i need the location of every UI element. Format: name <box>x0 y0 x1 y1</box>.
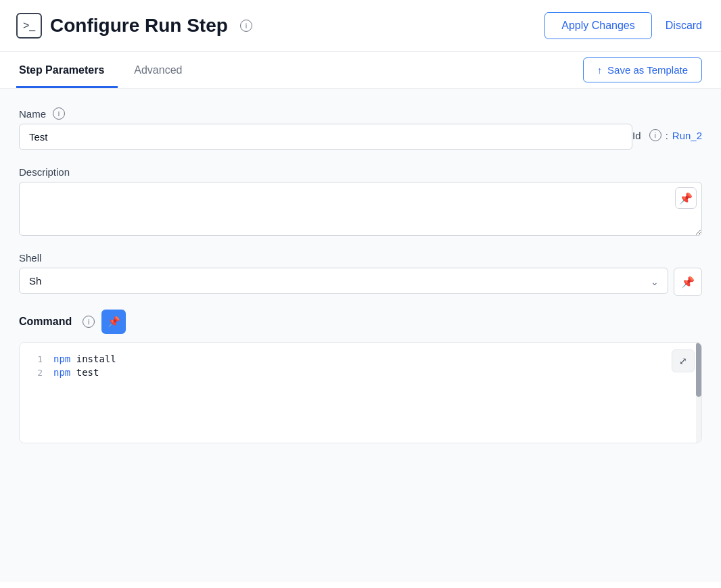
upload-icon: ↑ <box>597 65 602 76</box>
main-content: Name i Id i : Run_2 Description 📌 Shell <box>0 89 721 582</box>
header-left: >_ Configure Run Step i <box>16 13 252 39</box>
command-label-row: Command i 📌 <box>19 310 702 334</box>
expand-icon: ⤢ <box>679 356 687 366</box>
page-header: >_ Configure Run Step i Apply Changes Di… <box>0 0 721 52</box>
code-editor[interactable]: 1 npm install 2 npm test ⤢ <box>19 342 702 443</box>
shell-pin-button[interactable]: 📌 <box>674 268 702 296</box>
id-value: Run_2 <box>672 130 702 141</box>
save-template-button[interactable]: ↑ Save as Template <box>583 57 702 82</box>
description-field-group: Description 📌 <box>19 166 702 239</box>
command-pin-button[interactable]: 📌 <box>101 310 126 334</box>
shell-wrapper: Sh Bash Zsh Fish PowerShell ⌄ 📌 <box>19 268 702 296</box>
pin-icon: 📌 <box>679 192 693 205</box>
cmd-text-2: test <box>70 367 99 378</box>
id-label: Id <box>632 130 641 141</box>
name-id-row: Name i Id i : Run_2 <box>19 107 702 164</box>
terminal-icon: >_ <box>16 13 42 39</box>
npm-keyword-1: npm <box>53 353 70 364</box>
description-pin-button[interactable]: 📌 <box>675 187 697 209</box>
description-input[interactable] <box>19 182 702 236</box>
header-actions: Apply Changes Discard <box>544 12 702 39</box>
discard-button[interactable]: Discard <box>666 20 702 32</box>
command-section: Command i 📌 1 npm install 2 npm test <box>19 310 702 443</box>
command-label: Command <box>19 316 72 328</box>
id-section: Id i : Run_2 <box>632 129 702 141</box>
tabs-bar: Step Parameters Advanced ↑ Save as Templ… <box>0 52 721 89</box>
shell-pin-icon: 📌 <box>681 276 695 289</box>
tab-advanced[interactable]: Advanced <box>131 52 195 88</box>
apply-changes-button[interactable]: Apply Changes <box>544 12 652 39</box>
code-lines: 1 npm install 2 npm test <box>20 343 701 389</box>
tabs-left: Step Parameters Advanced <box>16 52 209 88</box>
command-info-icon[interactable]: i <box>83 316 95 328</box>
cmd-text-1: install <box>70 353 116 364</box>
name-label: Name i <box>19 107 632 120</box>
code-line-1: 1 npm install <box>20 352 701 366</box>
code-line-2: 2 npm test <box>20 366 701 379</box>
line-number-2: 2 <box>20 368 53 378</box>
shell-field-group: Shell Sh Bash Zsh Fish PowerShell ⌄ 📌 <box>19 252 702 296</box>
line-number-1: 1 <box>20 354 53 364</box>
page-title-info-icon[interactable]: i <box>240 20 252 32</box>
shell-select[interactable]: Sh Bash Zsh Fish PowerShell <box>19 268 668 294</box>
shell-select-wrap: Sh Bash Zsh Fish PowerShell ⌄ <box>19 268 668 296</box>
name-input[interactable] <box>19 124 632 150</box>
description-wrapper: 📌 <box>19 182 702 239</box>
name-info-icon[interactable]: i <box>53 107 65 120</box>
name-field-group: Name i <box>19 107 632 150</box>
scrollbar-thumb <box>696 343 701 397</box>
expand-button[interactable]: ⤢ <box>672 349 695 372</box>
npm-keyword-2: npm <box>53 367 70 378</box>
save-template-label: Save as Template <box>607 64 688 76</box>
scrollbar-track <box>696 343 701 443</box>
tab-step-parameters[interactable]: Step Parameters <box>16 52 118 88</box>
id-colon: : <box>666 130 668 141</box>
command-pin-icon: 📌 <box>108 316 120 328</box>
shell-label: Shell <box>19 252 702 264</box>
id-info-icon[interactable]: i <box>649 129 661 141</box>
page-title: Configure Run Step <box>50 15 228 36</box>
line-content-2: npm test <box>53 367 99 378</box>
line-content-1: npm install <box>53 353 116 364</box>
description-label: Description <box>19 166 702 178</box>
